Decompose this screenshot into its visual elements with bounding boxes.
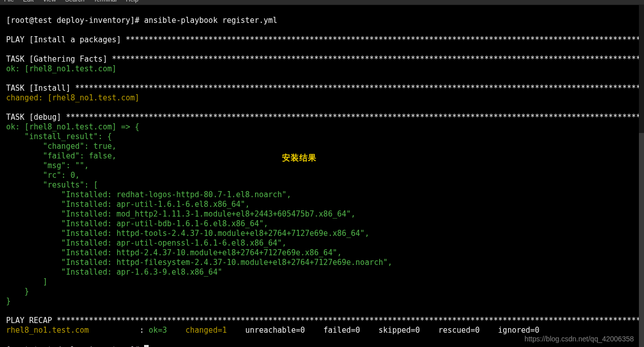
annotation-label: 安装结果	[282, 153, 317, 163]
menu-help[interactable]: Help	[126, 0, 138, 5]
debug-line: "Installed: apr-1.6.3-9.el8.x86_64"	[6, 268, 222, 277]
task-install: TASK [Install] *************************…	[6, 84, 639, 93]
watermark-text: https://blog.csdn.net/qq_42006358	[524, 334, 634, 344]
recap-changed: changed=1	[185, 326, 245, 335]
scrollbar-thumb[interactable]	[639, 133, 644, 347]
debug-line: ]	[6, 277, 47, 286]
debug-line: "Installed: httpd-tools-2.4.37-10.module…	[6, 229, 369, 238]
debug-line: "msg": "",	[6, 161, 89, 170]
recap-rest: unreachable=0 failed=0 skipped=0 rescued…	[245, 326, 558, 335]
menu-search[interactable]: Search	[65, 0, 85, 5]
task-debug: TASK [debug] ***************************…	[6, 113, 639, 122]
menu-file[interactable]: File	[4, 0, 14, 5]
debug-line: "Installed: mod_http2-1.11.3-1.module+el…	[6, 209, 355, 219]
ok-gathering: ok: [rhel8_no1.test.com]	[6, 64, 117, 73]
debug-line: "failed": false,	[6, 151, 117, 161]
debug-line: "changed": true,	[6, 142, 117, 151]
scrollbar-track[interactable]	[639, 5, 644, 347]
debug-line: "Installed: apr-util-1.6.1-6.el8.x86_64"…	[6, 200, 250, 209]
debug-output-close: }	[6, 297, 11, 306]
debug-line: "Installed: redhat-logos-httpd-80.7-1.el…	[6, 190, 291, 199]
recap-host: rhel8_no1.test.com	[6, 326, 89, 335]
menu-edit[interactable]: Edit	[23, 0, 34, 5]
play-recap-header: PLAY RECAP *****************************…	[6, 316, 639, 325]
debug-line: "results": [	[6, 180, 98, 190]
task-gathering-facts: TASK [Gathering Facts] *****************…	[6, 55, 639, 64]
menu-view[interactable]: View	[43, 0, 56, 5]
recap-ok: ok=3	[149, 326, 185, 335]
changed-install: changed: [rhel8_no1.test.com]	[6, 93, 139, 102]
debug-line: "install_result": {	[6, 132, 112, 141]
prompt-line-1: [root@test deploy-inventory]# ansible-pl…	[6, 16, 277, 25]
terminal-viewport[interactable]: [root@test deploy-inventory]# ansible-pl…	[0, 5, 639, 347]
debug-line: "Installed: httpd-2.4.37-10.module+el8+2…	[6, 248, 342, 257]
debug-line: "Installed: httpd-filesystem-2.4.37-10.m…	[6, 258, 393, 267]
menubar: File Edit View Search Terminal Help	[0, 0, 644, 5]
menu-terminal[interactable]: Terminal	[94, 0, 117, 5]
debug-line: "rc": 0,	[6, 171, 80, 180]
debug-line: }	[6, 287, 29, 296]
play-recap-line: rhel8_no1.test.com : ok=3 changed=1 unre…	[6, 326, 558, 335]
debug-line: "Installed: apr-util-bdb-1.6.1-6.el8.x86…	[6, 219, 268, 228]
debug-line: "Installed: apr-util-openssl-1.6.1-6.el8…	[6, 238, 287, 248]
play-header: PLAY [Install a packages] **************…	[6, 35, 639, 44]
cursor-icon	[144, 345, 149, 347]
debug-output-open: ok: [rhel8_no1.test.com] => {	[6, 122, 139, 131]
